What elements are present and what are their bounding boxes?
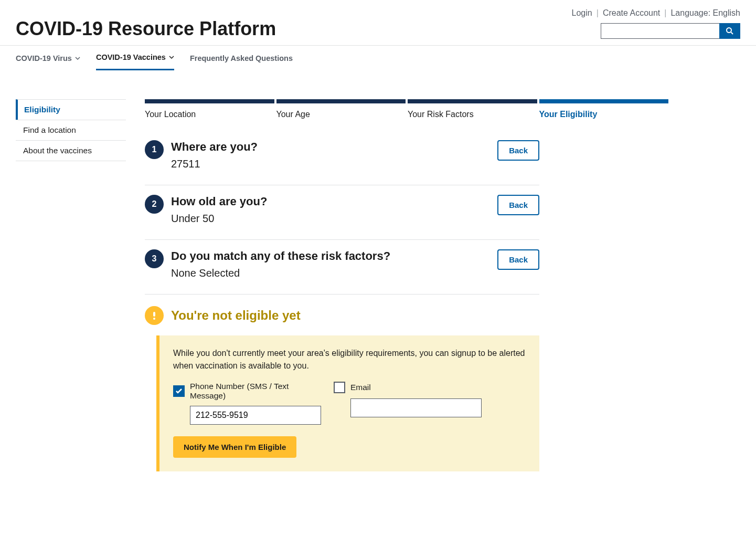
progress-label: Your Location: [145, 110, 274, 119]
progress-bar: [539, 99, 669, 103]
step-answer: None Selected: [171, 267, 390, 279]
nav-item-2[interactable]: Frequently Asked Questions: [190, 46, 293, 70]
nav-item-0[interactable]: COVID-19 Virus: [16, 46, 80, 70]
step-question: Do you match any of these risk factors?: [171, 249, 390, 263]
progress-bar: [408, 99, 537, 103]
search-button[interactable]: [719, 23, 740, 39]
phone-input[interactable]: [190, 406, 321, 425]
site-title: COVID-19 Resource Platform: [16, 18, 276, 40]
back-button-0[interactable]: Back: [497, 140, 539, 161]
progress-step-3: Your Eligibility: [539, 99, 669, 119]
progress-step-2: Your Risk Factors: [408, 99, 537, 119]
nav-label: COVID-19 Virus: [16, 54, 72, 62]
step-answer: Under 50: [171, 213, 267, 225]
nav-item-1[interactable]: COVID-19 Vaccines: [96, 46, 174, 70]
svg-line-1: [731, 33, 733, 35]
step-number: 2: [145, 195, 164, 214]
result-heading: You're not eligible yet: [171, 308, 301, 323]
progress-label: Your Age: [276, 110, 406, 119]
create-account-link[interactable]: Create Account: [603, 8, 660, 18]
primary-nav: COVID-19 VirusCOVID-19 VaccinesFrequentl…: [0, 46, 756, 70]
email-checkbox[interactable]: [334, 382, 345, 393]
step-question: How old are you?: [171, 195, 267, 208]
separator: |: [597, 8, 599, 18]
phone-checkbox[interactable]: [173, 385, 185, 397]
notify-copy: While you don't currently meet your area…: [173, 347, 526, 372]
search-form: [601, 23, 740, 39]
svg-point-3: [153, 318, 155, 320]
sidebar-item-1[interactable]: Find a location: [16, 120, 126, 140]
warning-icon: [145, 306, 164, 325]
login-link[interactable]: Login: [572, 8, 592, 18]
nav-label: Frequently Asked Questions: [190, 54, 293, 62]
phone-field-group: Phone Number (SMS / Text Message): [173, 382, 320, 425]
progress-step-0: Your Location: [145, 99, 274, 119]
back-button-1[interactable]: Back: [497, 195, 539, 215]
email-input[interactable]: [350, 398, 482, 417]
search-icon: [726, 27, 734, 35]
svg-point-0: [727, 28, 731, 33]
check-icon: [176, 388, 182, 394]
step-row-2: 3 Do you match any of these risk factors…: [145, 240, 539, 295]
svg-rect-2: [153, 312, 155, 317]
step-answer: 27511: [171, 158, 258, 170]
language-link[interactable]: Language: English: [670, 8, 740, 18]
progress-label: Your Risk Factors: [408, 110, 537, 119]
email-label: Email: [350, 383, 371, 392]
header-links: Login | Create Account | Language: Engli…: [572, 8, 740, 18]
sidebar-item-2[interactable]: About the vaccines: [16, 140, 126, 161]
step-number: 1: [145, 140, 164, 159]
progress-label: Your Eligibility: [539, 110, 669, 119]
nav-label: COVID-19 Vaccines: [96, 53, 166, 61]
progress-bar: [276, 99, 406, 103]
main-content: Your LocationYour AgeYour Risk FactorsYo…: [145, 99, 668, 471]
notify-panel: While you don't currently meet your area…: [156, 335, 539, 471]
step-number: 3: [145, 249, 164, 268]
step-row-1: 2 How old are you? Under 50 Back: [145, 185, 539, 240]
search-input[interactable]: [601, 23, 719, 39]
back-button-2[interactable]: Back: [497, 249, 539, 270]
progress-tracker: Your LocationYour AgeYour Risk FactorsYo…: [145, 99, 668, 119]
notify-button[interactable]: Notify Me When I'm Eligible: [173, 436, 296, 458]
step-row-0: 1 Where are you? 27511 Back: [145, 140, 539, 185]
phone-label: Phone Number (SMS / Text Message): [190, 382, 320, 401]
step-question: Where are you?: [171, 140, 258, 154]
header: COVID-19 Resource Platform Login | Creat…: [0, 0, 756, 46]
separator: |: [664, 8, 666, 18]
email-field-group: Email: [334, 382, 481, 425]
sidebar: EligibilityFind a locationAbout the vacc…: [16, 99, 126, 471]
progress-bar: [145, 99, 274, 103]
chevron-down-icon: [169, 55, 174, 60]
eligibility-result: You're not eligible yet: [145, 295, 539, 335]
sidebar-item-0[interactable]: Eligibility: [16, 99, 126, 120]
chevron-down-icon: [75, 56, 80, 61]
progress-step-1: Your Age: [276, 99, 406, 119]
